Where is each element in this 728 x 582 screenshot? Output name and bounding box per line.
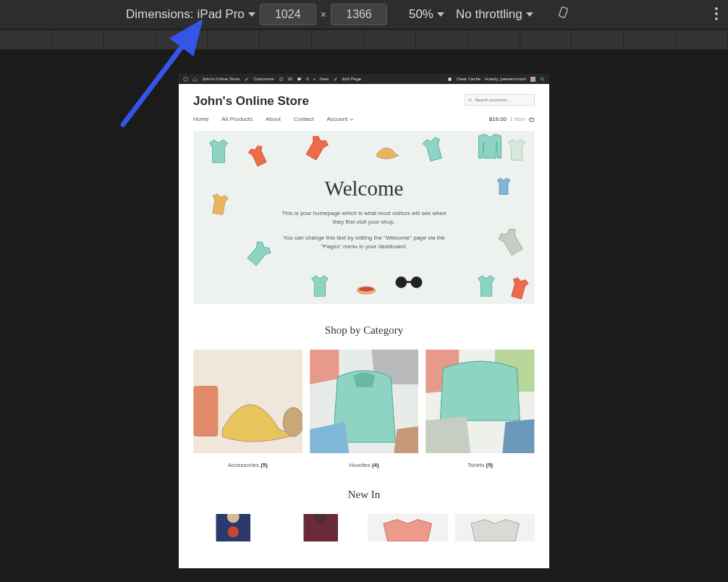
wp-updates-count[interactable]: 20 [288, 77, 293, 81]
wp-edit-page[interactable]: Edit Page [342, 77, 361, 81]
shop-by-category-section: Shop by Category Accessories (5) [193, 324, 535, 468]
svg-point-10 [359, 287, 374, 292]
category-card-tshirts[interactable]: Tshirts (5) [426, 350, 535, 468]
avatar[interactable] [530, 77, 536, 82]
tshirt-icon [305, 273, 335, 300]
hoodies-image [310, 350, 419, 453]
search-icon[interactable] [540, 77, 545, 82]
nav-about[interactable]: About [266, 116, 281, 122]
home-icon [192, 77, 198, 82]
svg-point-11 [396, 277, 407, 288]
nav-contact[interactable]: Contact [294, 116, 314, 122]
cache-icon [447, 77, 452, 82]
wp-site-name[interactable]: John's Online Store [202, 77, 240, 81]
primary-nav: Home All Products About Contact Account … [179, 109, 549, 131]
tshirt-icon [244, 240, 273, 269]
zoom-value: 50% [409, 7, 433, 22]
product-card[interactable] [281, 514, 361, 541]
chevron-down-icon [350, 118, 354, 121]
ruler-strip [0, 29, 728, 49]
svg-rect-0 [559, 7, 567, 17]
devtools-device-toolbar: Dimensions: iPad Pro × 50% No throttling [0, 0, 728, 29]
product-image [368, 514, 448, 541]
hero-title: Welcome [325, 177, 404, 201]
tshirt-icon [503, 137, 530, 164]
search-box[interactable] [465, 94, 535, 106]
category-card-hoodies[interactable]: Hoodies (4) [310, 350, 419, 468]
comment-icon [297, 77, 302, 82]
longsleeve-icon [474, 131, 506, 163]
header-cart[interactable]: $18.00 1 item [489, 116, 535, 122]
svg-point-5 [541, 77, 543, 80]
product-image [455, 514, 536, 541]
category-card-accessories[interactable]: Accessories (5) [193, 350, 302, 468]
svg-line-8 [471, 101, 473, 102]
tshirt-icon [302, 134, 331, 163]
updates-icon [279, 77, 284, 82]
wp-admin-bar[interactable]: John's Online Store Customize 20 0 + New… [179, 74, 549, 84]
wp-clear-cache[interactable]: Clear Cache [457, 77, 481, 81]
tshirt-icon [496, 227, 528, 258]
wp-comments-count[interactable]: 0 [306, 77, 308, 81]
device-name: iPad Pro [198, 7, 245, 22]
throttling-select[interactable]: No throttling [456, 7, 533, 22]
width-input[interactable] [260, 4, 316, 25]
more-options-button[interactable] [715, 7, 718, 20]
times-icon: × [321, 9, 326, 20]
tshirt-icon [493, 176, 515, 198]
search-icon [468, 98, 473, 103]
viewport-area: John's Online Store Customize 20 0 + New… [0, 49, 728, 582]
svg-point-12 [411, 277, 423, 288]
site-title[interactable]: John's Online Store [193, 94, 309, 109]
nav-all-products[interactable]: All Products [221, 116, 253, 122]
hero-text-1: This is your homepage which is what most… [277, 209, 451, 227]
dimensions-group: Dimensions: iPad Pro × [126, 4, 387, 25]
category-count: (5) [486, 462, 493, 468]
tshirt-icon [419, 135, 448, 164]
throttling-value: No throttling [456, 7, 522, 22]
category-name: Hoodies [349, 462, 370, 468]
hero-text-2: You can change this text by editing the … [277, 234, 451, 251]
sunglasses-icon [393, 274, 425, 290]
dimensions-label: Dimensions: [126, 7, 194, 22]
category-name: Accessories [228, 462, 259, 468]
tshirt-icon [473, 273, 500, 300]
product-image [281, 514, 361, 541]
zoom-select[interactable]: 50% [409, 7, 444, 22]
product-card[interactable] [455, 514, 536, 541]
search-input[interactable] [475, 98, 531, 102]
svg-rect-4 [448, 77, 451, 80]
category-name: Tshirts [467, 462, 484, 468]
wp-howdy[interactable]: Howdy, joewarnimont [485, 77, 526, 81]
height-input[interactable] [331, 4, 387, 25]
tshirts-image [426, 350, 535, 453]
nav-account[interactable]: Account [327, 116, 355, 122]
tshirt-icon [245, 144, 271, 169]
svg-rect-14 [193, 386, 218, 436]
brush-icon [244, 77, 249, 82]
wp-new[interactable]: New [320, 77, 329, 81]
plus-icon: + [313, 77, 316, 81]
chevron-down-icon [248, 12, 255, 17]
nav-home[interactable]: Home [193, 116, 208, 122]
cap-icon [373, 140, 400, 161]
site-header: John's Online Store [179, 84, 549, 109]
wordpress-icon [183, 77, 188, 82]
product-card[interactable] [193, 514, 274, 541]
new-in-section: New In [193, 489, 535, 541]
svg-line-6 [543, 80, 544, 81]
basket-icon [528, 117, 535, 122]
wp-customize[interactable]: Customize [253, 77, 274, 81]
cart-items: 1 item [509, 116, 525, 122]
svg-point-7 [469, 98, 471, 101]
category-count: (5) [261, 462, 268, 468]
accessories-image [193, 350, 302, 453]
device-select[interactable]: Dimensions: iPad Pro [126, 7, 255, 22]
hotdog-icon [355, 284, 377, 296]
svg-point-18 [228, 526, 239, 537]
chevron-down-icon [526, 12, 533, 17]
cart-total: $18.00 [489, 116, 507, 122]
device-frame: John's Online Store Customize 20 0 + New… [179, 74, 549, 568]
product-card[interactable] [368, 514, 448, 541]
rotate-button[interactable] [556, 6, 571, 24]
